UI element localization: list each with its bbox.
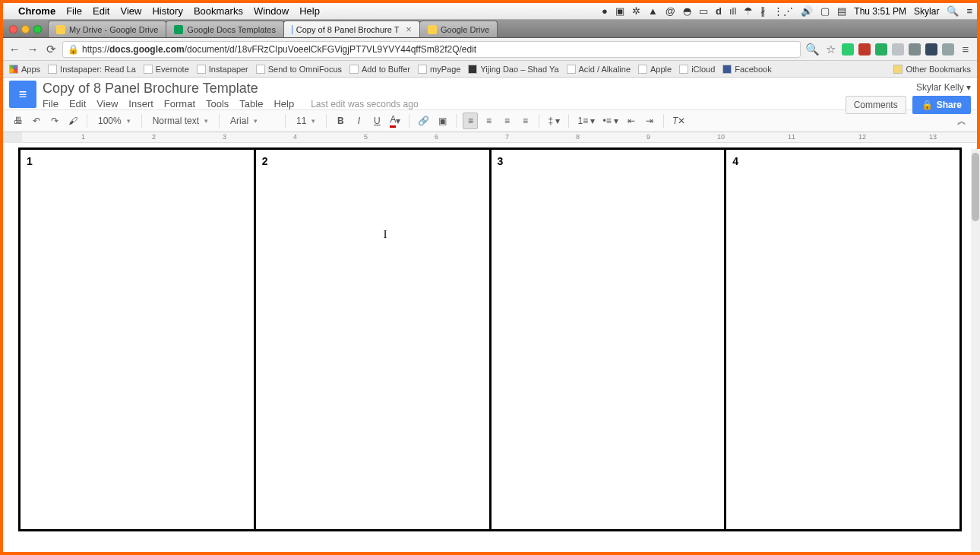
redo-button[interactable]: ↷ [47, 113, 62, 129]
document-canvas[interactable]: 1 2I 3 4 [3, 143, 977, 546]
print-button[interactable]: 🖶 [11, 113, 26, 129]
at-icon[interactable]: @ [665, 5, 675, 17]
italic-button[interactable]: I [351, 113, 366, 129]
apps-shortcut[interactable]: Apps [9, 65, 40, 74]
extension-icon[interactable] [942, 43, 954, 56]
docs-menu-table[interactable]: Table [239, 98, 263, 109]
decrease-indent-button[interactable]: ⇤ [624, 113, 639, 129]
cloud-icon[interactable]: ▲ [648, 5, 658, 17]
umbrella-icon[interactable]: ☂ [744, 5, 753, 17]
spotlight-icon[interactable]: 🔍 [947, 5, 959, 17]
app-name-menu[interactable]: Chrome [18, 5, 55, 17]
mac-menu-file[interactable]: File [66, 5, 82, 17]
chrome-menu-button[interactable]: ≡ [959, 43, 972, 56]
screen-icon[interactable]: ▭ [699, 5, 708, 17]
notification-center-icon[interactable]: ≡ [966, 5, 972, 17]
bookmark-star-icon[interactable]: ☆ [824, 43, 837, 56]
docs-menu-format[interactable]: Format [164, 98, 195, 109]
bookmark-item[interactable]: Apple [638, 65, 672, 74]
docs-menu-file[interactable]: File [43, 98, 58, 109]
window-close-button[interactable] [9, 25, 17, 33]
styles-dropdown[interactable]: Normal text [148, 116, 213, 126]
extension-icon[interactable] [875, 43, 887, 56]
brochure-panel-1[interactable]: 1 [21, 150, 256, 529]
display-icon[interactable]: ▣ [615, 5, 624, 17]
mac-menu-edit[interactable]: Edit [93, 5, 109, 17]
document-page[interactable]: 1 2I 3 4 [18, 147, 962, 531]
extension-icon[interactable] [909, 43, 921, 56]
d-icon[interactable]: d [716, 5, 722, 17]
scrollbar-thumb[interactable] [972, 153, 979, 221]
font-dropdown[interactable]: Arial [226, 116, 279, 126]
docs-menu-edit[interactable]: Edit [69, 98, 86, 109]
brochure-panel-3[interactable]: 3 [492, 150, 727, 529]
browser-tab[interactable]: Google Docs Templates [166, 21, 284, 37]
bookmark-item[interactable]: iCloud [679, 65, 715, 74]
numbered-list-button[interactable]: 1≡ ▾ [575, 113, 597, 129]
bookmark-item[interactable]: Evernote [144, 65, 189, 74]
insert-image-button[interactable]: ▣ [435, 113, 450, 129]
brochure-panel-4[interactable]: 4 [726, 150, 959, 529]
align-right-button[interactable]: ≡ [499, 113, 514, 129]
mac-menu-view[interactable]: View [120, 5, 141, 17]
back-button[interactable]: ← [8, 43, 21, 56]
docs-menu-insert[interactable]: Insert [128, 98, 153, 109]
bookmark-item[interactable]: myPage [418, 65, 460, 74]
align-left-button[interactable]: ≡ [463, 113, 478, 129]
docs-menu-tools[interactable]: Tools [206, 98, 229, 109]
window-minimize-button[interactable] [21, 25, 30, 33]
docs-menu-help[interactable]: Help [273, 98, 294, 109]
browser-tab[interactable]: My Drive - Google Drive [48, 21, 166, 37]
align-center-button[interactable]: ≡ [481, 113, 496, 129]
address-bar[interactable]: 🔒 https://docs.google.com/document/d/18v… [62, 41, 801, 58]
bold-button[interactable]: B [333, 113, 348, 129]
battery-icon[interactable]: ▢ [820, 5, 830, 17]
forward-button[interactable]: → [26, 43, 40, 56]
paint-format-button[interactable]: 🖌 [65, 113, 81, 129]
sync-icon[interactable]: ✲ [632, 5, 640, 17]
text-color-button[interactable]: A ▾ [387, 113, 403, 129]
tab-close-icon[interactable]: × [406, 24, 412, 35]
docs-menu-view[interactable]: View [96, 98, 118, 109]
wifi-icon[interactable]: ⋮⋰ [773, 5, 793, 17]
bookmark-item[interactable]: Instapaper [197, 65, 248, 74]
account-name[interactable]: Skylar Kelly ▾ [916, 82, 971, 93]
other-bookmarks[interactable]: Other Bookmarks [893, 65, 971, 74]
font-size-dropdown[interactable]: 11 [292, 116, 320, 126]
reload-button[interactable]: ⟳ [44, 43, 58, 56]
bookmark-item[interactable]: Send to OmniFocus [256, 65, 342, 74]
zoom-indicator-icon[interactable]: 🔍 [805, 43, 819, 56]
brochure-panel-2[interactable]: 2I [256, 150, 492, 529]
window-zoom-button[interactable] [33, 25, 42, 33]
vertical-scrollbar[interactable] [971, 149, 980, 552]
increase-indent-button[interactable]: ⇥ [642, 113, 657, 129]
document-title[interactable]: Copy of 8 Panel Brochure Template [43, 81, 839, 97]
extension-icon[interactable] [842, 43, 854, 56]
bookmark-item[interactable]: Facebook [722, 65, 771, 74]
browser-tab-active[interactable]: Copy of 8 Panel Brochure T× [283, 21, 420, 37]
volume-icon[interactable]: 🔊 [801, 5, 813, 17]
undo-button[interactable]: ↶ [29, 113, 44, 129]
mac-menu-window[interactable]: Window [254, 5, 289, 17]
comments-button[interactable]: Comments [846, 96, 906, 114]
align-justify-button[interactable]: ≡ [517, 113, 533, 129]
bookmark-item[interactable]: Instapaper: Read La [48, 65, 136, 74]
mac-user[interactable]: Skylar [914, 6, 939, 17]
share-button[interactable]: 🔒Share [912, 96, 971, 114]
bookmark-item[interactable]: Yijing Dao – Shad Ya [468, 65, 558, 74]
underline-button[interactable]: U [369, 113, 384, 129]
extension-icon[interactable] [925, 43, 937, 56]
bluetooth-icon[interactable]: ∦ [760, 5, 766, 17]
insert-link-button[interactable]: 🔗 [416, 113, 432, 129]
line-spacing-button[interactable]: ‡ ▾ [545, 113, 562, 129]
bookmark-item[interactable]: Acid / Alkaline [567, 65, 631, 74]
hat-icon[interactable]: ◓ [683, 5, 691, 17]
browser-tab[interactable]: Google Drive [419, 21, 498, 37]
extension-icon[interactable] [858, 43, 871, 56]
zoom-dropdown[interactable]: 100% [93, 116, 135, 126]
horizontal-ruler[interactable]: 1 2 3 4 5 6 7 8 9 10 11 12 13 [3, 132, 977, 143]
extension-icon[interactable] [892, 43, 904, 56]
clear-formatting-button[interactable]: T✕ [670, 113, 688, 129]
bars-icon[interactable]: ıll [729, 5, 736, 17]
mac-menu-bookmarks[interactable]: Bookmarks [194, 5, 243, 17]
